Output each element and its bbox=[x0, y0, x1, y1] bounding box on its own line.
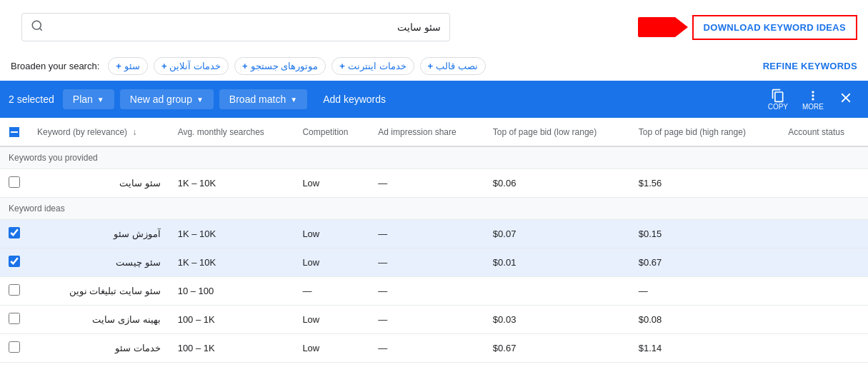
account-status-cell bbox=[779, 277, 868, 306]
broaden-chip-template-install[interactable]: + نصب قالب bbox=[420, 57, 486, 75]
account-status-cell bbox=[779, 334, 868, 363]
plan-button[interactable]: Plan ▼ bbox=[63, 89, 114, 109]
competition-cell: Low bbox=[294, 220, 369, 248]
broaden-label: Broaden your search: bbox=[11, 61, 99, 71]
svg-line-1 bbox=[39, 28, 41, 30]
bid-low-cell bbox=[484, 277, 630, 306]
search-bar[interactable] bbox=[21, 13, 450, 41]
plus-icon: + bbox=[161, 61, 167, 71]
new-ad-group-label: New ad group bbox=[130, 94, 192, 105]
competition-cell: Low bbox=[294, 169, 369, 198]
bid-low-cell: $0.06 bbox=[484, 169, 630, 198]
ad-impression-cell: — bbox=[369, 306, 484, 334]
keyword-cell: سئو چیست bbox=[29, 248, 169, 277]
row-checkbox[interactable] bbox=[9, 176, 20, 188]
bid-high-cell: $0.08 bbox=[630, 306, 780, 334]
row-checkbox[interactable] bbox=[9, 227, 20, 238]
section-header-ideas: Keyword ideas bbox=[0, 198, 868, 220]
bid-low-cell: $0.01 bbox=[484, 248, 630, 277]
row-checkbox[interactable] bbox=[9, 313, 20, 324]
keywords-table: Keyword (by relevance) ↓ Avg. monthly se… bbox=[0, 118, 868, 363]
bid-low-cell: $0.07 bbox=[484, 220, 630, 248]
plus-icon: + bbox=[242, 61, 248, 71]
broaden-chip-label: سئو bbox=[124, 61, 140, 71]
toolbar: 2 selected Plan ▼ New ad group ▼ Broad m… bbox=[0, 81, 868, 118]
add-keywords-button[interactable]: Add keywords bbox=[313, 89, 396, 109]
broaden-chip-label: نصب قالب bbox=[436, 61, 478, 71]
ad-impression-cell: — bbox=[369, 220, 484, 248]
table-row: خدمات سئو 100 – 1K Low — $0.67 $1.14 bbox=[0, 334, 868, 363]
row-checkbox-cell[interactable] bbox=[0, 248, 29, 277]
account-status-cell bbox=[779, 306, 868, 334]
keyword-cell: آموزش سئو bbox=[29, 220, 169, 248]
bid-high-cell: $1.14 bbox=[630, 334, 780, 363]
avg-monthly-cell: 1K – 10K bbox=[169, 169, 294, 198]
close-button[interactable] bbox=[832, 86, 859, 114]
broaden-chip-search-engines[interactable]: + موتورهای جستجو bbox=[234, 57, 326, 75]
chevron-down-icon: ▼ bbox=[290, 96, 297, 104]
broaden-chip-seo[interactable]: + سئو bbox=[108, 57, 148, 75]
plus-icon: + bbox=[339, 61, 345, 71]
competition-cell: Low bbox=[294, 248, 369, 277]
sort-icon[interactable]: ↓ bbox=[132, 127, 136, 137]
table-row: آموزش سئو 1K – 10K Low — $0.07 $0.15 bbox=[0, 220, 868, 248]
avg-monthly-cell: 100 – 1K bbox=[169, 334, 294, 363]
account-status-cell bbox=[779, 169, 868, 198]
toolbar-right-actions: COPY MORE bbox=[762, 84, 859, 115]
account-status-cell bbox=[779, 248, 868, 277]
keyword-column-header: Keyword (by relevance) ↓ bbox=[29, 118, 169, 146]
row-checkbox-cell[interactable] bbox=[0, 220, 29, 248]
bid-high-cell: $0.67 bbox=[630, 248, 780, 277]
row-checkbox[interactable] bbox=[9, 284, 20, 296]
row-checkbox-cell[interactable] bbox=[0, 169, 29, 198]
table-row: سئو سایت تبلیغات نوین 10 – 100 — — — bbox=[0, 277, 868, 306]
row-checkbox[interactable] bbox=[9, 341, 20, 353]
keyword-cell: سئو سایت تبلیغات نوین bbox=[29, 277, 169, 306]
plus-icon: + bbox=[428, 61, 434, 71]
download-area: DOWNLOAD KEYWORD IDEAS bbox=[638, 15, 857, 40]
avg-monthly-column-header: Avg. monthly searches bbox=[169, 118, 294, 146]
plan-label: Plan bbox=[73, 94, 93, 105]
ad-impression-cell: — bbox=[369, 334, 484, 363]
bid-high-column-header: Top of page bid (high range) bbox=[630, 118, 780, 146]
search-icon bbox=[31, 19, 44, 35]
broad-match-label: Broad match bbox=[229, 94, 286, 105]
avg-monthly-cell: 10 – 100 bbox=[169, 277, 294, 306]
refine-keywords-button[interactable]: REFINE KEYWORDS bbox=[763, 61, 857, 71]
close-icon bbox=[838, 90, 854, 106]
broad-match-button[interactable]: Broad match ▼ bbox=[219, 89, 307, 109]
row-checkbox[interactable] bbox=[9, 256, 20, 267]
avg-monthly-cell: 1K – 10K bbox=[169, 248, 294, 277]
chevron-down-icon: ▼ bbox=[196, 96, 204, 104]
select-all-header[interactable] bbox=[0, 118, 29, 146]
chevron-down-icon: ▼ bbox=[97, 96, 104, 104]
competition-column-header: Competition bbox=[294, 118, 369, 146]
arrow-indicator bbox=[638, 17, 688, 37]
copy-button[interactable]: COPY bbox=[762, 84, 794, 115]
ad-impression-cell: — bbox=[369, 277, 484, 306]
competition-cell: Low bbox=[294, 306, 369, 334]
broaden-chip-online-services[interactable]: + خدمات آنلاین bbox=[154, 57, 229, 75]
ad-impression-column-header: Ad impression share bbox=[369, 118, 484, 146]
broaden-chip-label: موتورهای جستجو bbox=[251, 61, 319, 71]
keyword-cell: سئو سایت bbox=[29, 169, 169, 198]
row-checkbox-cell[interactable] bbox=[0, 277, 29, 306]
row-checkbox-cell[interactable] bbox=[0, 306, 29, 334]
new-ad-group-button[interactable]: New ad group ▼ bbox=[120, 89, 214, 109]
more-button[interactable]: MORE bbox=[797, 84, 829, 115]
plus-icon: + bbox=[116, 61, 121, 71]
row-checkbox-cell[interactable] bbox=[0, 334, 29, 363]
search-input[interactable] bbox=[49, 21, 441, 33]
account-status-column-header: Account status bbox=[779, 118, 868, 146]
keyword-cell: خدمات سئو bbox=[29, 334, 169, 363]
broaden-chip-label: خدمات اینترنت bbox=[348, 61, 406, 71]
broaden-chip-internet-services[interactable]: + خدمات اینترنت bbox=[331, 57, 414, 75]
table-row: بهینه سازی سایت 100 – 1K Low — $0.03 $0.… bbox=[0, 306, 868, 334]
copy-icon bbox=[771, 89, 785, 103]
indeterminate-checkbox[interactable] bbox=[8, 126, 21, 139]
selected-count: 2 selected bbox=[9, 94, 54, 105]
download-keyword-ideas-button[interactable]: DOWNLOAD KEYWORD IDEAS bbox=[692, 15, 857, 40]
ad-impression-cell: — bbox=[369, 169, 484, 198]
table-row: سئو سایت 1K – 10K Low — $0.06 $1.56 bbox=[0, 169, 868, 198]
copy-label: COPY bbox=[768, 103, 788, 111]
